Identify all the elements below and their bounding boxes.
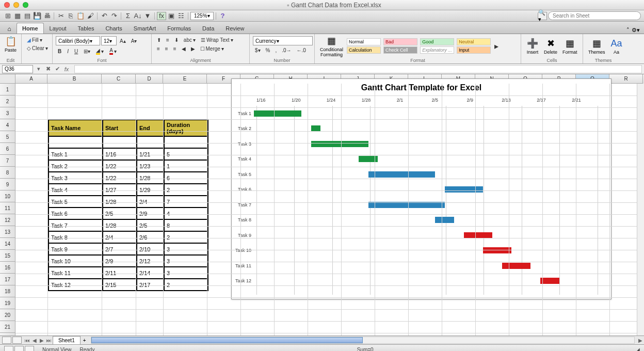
font-size-combo[interactable]: 12 ▾ — [101, 36, 117, 45]
style-calculation[interactable]: Calculation — [347, 46, 381, 54]
indent-left-button[interactable]: ◀ — [180, 45, 188, 53]
row-header-8[interactable]: 8 — [0, 167, 15, 179]
formula-input[interactable] — [74, 65, 642, 73]
style-bad[interactable]: Bad — [383, 38, 417, 45]
style-good[interactable]: Good — [420, 38, 454, 45]
print-icon[interactable]: 🖶 — [42, 12, 52, 20]
style-input[interactable]: Input — [457, 46, 491, 54]
home-icon-tab[interactable]: ⌂ — [4, 24, 14, 34]
row-header-12[interactable]: 12 — [0, 214, 15, 226]
insert-cells-button[interactable]: ➕Insert — [524, 37, 541, 55]
row-header-19[interactable]: 19 — [0, 297, 15, 309]
tab-formulas[interactable]: Formulas — [162, 23, 197, 34]
tab-charts[interactable]: Charts — [100, 23, 127, 34]
column-header-A[interactable]: A — [15, 74, 47, 84]
horizontal-scrollbar[interactable] — [91, 337, 635, 344]
search-options-button[interactable]: 🔍▾ — [538, 12, 547, 20]
font-name-combo[interactable]: Calibri (Body) ▾ — [56, 36, 100, 45]
name-dropdown-icon[interactable]: ▾ — [35, 66, 42, 73]
help-icon[interactable]: ? — [218, 12, 228, 20]
column-header-C[interactable]: C — [102, 74, 136, 84]
number-format-combo[interactable]: Currency ▾ — [253, 36, 313, 45]
row-header-6[interactable]: 6 — [0, 143, 15, 155]
cut-icon[interactable]: ✂ — [56, 12, 66, 20]
merge-button[interactable]: ☐ Merge ▾ — [198, 45, 226, 53]
cells-area[interactable]: Task NameStartEndDuration (days)Task 11/… — [15, 84, 644, 336]
ribbon-settings-icon[interactable]: ⚙▾ — [632, 27, 640, 34]
align-middle-button[interactable]: ≡ — [164, 36, 171, 44]
minimize-window-button[interactable] — [13, 2, 19, 8]
tab-data[interactable]: Data — [197, 23, 220, 34]
style-normal[interactable]: Normal — [347, 38, 381, 45]
normal-view-button[interactable] — [2, 337, 11, 344]
name-box[interactable]: Q36 — [2, 65, 33, 73]
format-painter-icon[interactable]: 🖌 — [86, 12, 95, 20]
format-cells-button[interactable]: ▦Format — [560, 37, 579, 55]
column-header-E[interactable]: E — [163, 74, 207, 84]
select-all-button[interactable] — [0, 74, 15, 84]
view-icon-2[interactable] — [14, 346, 24, 351]
show-formula-icon[interactable]: ▣ — [167, 12, 176, 20]
column-header-D[interactable]: D — [136, 74, 163, 84]
row-header-22[interactable]: 22 — [0, 333, 15, 336]
themes-button[interactable]: ▦Themes — [586, 37, 607, 55]
fx-button[interactable]: fx — [63, 66, 70, 73]
comma-button[interactable]: , — [273, 46, 279, 54]
align-right-button[interactable]: ≡ — [171, 45, 179, 53]
styles-more-button[interactable]: ▸ — [492, 40, 501, 52]
paste-button[interactable]: 📋 Paste — [3, 35, 18, 53]
style-check-cell[interactable]: Check Cell — [383, 46, 417, 54]
page-layout-view-button[interactable] — [12, 337, 22, 344]
row-header-13[interactable]: 13 — [0, 226, 15, 238]
row-header-15[interactable]: 15 — [0, 250, 15, 262]
zoom-combo[interactable]: 125% ▾ — [190, 12, 214, 20]
add-sheet-button[interactable]: + — [81, 338, 89, 343]
row-header-10[interactable]: 10 — [0, 190, 15, 202]
last-sheet-button[interactable]: ⏭ — [45, 338, 53, 343]
tab-layout[interactable]: Layout — [44, 23, 72, 34]
prev-sheet-button[interactable]: ◀ — [31, 338, 38, 343]
style-explanatory[interactable]: Explanatory ... — [420, 46, 454, 54]
fill-button[interactable]: ◢ Fill ▾ — [25, 36, 49, 44]
row-header-18[interactable]: 18 — [0, 285, 15, 297]
row-header-9[interactable]: 9 — [0, 179, 15, 190]
increase-font-button[interactable]: A▴ — [118, 36, 128, 45]
indent-right-button[interactable]: ▶ — [189, 45, 197, 53]
gantt-chart[interactable]: Gantt Chart Template for Excel 1/161/201… — [231, 78, 611, 299]
sort-icon[interactable]: A↓ — [133, 12, 142, 20]
row-header-5[interactable]: 5 — [0, 131, 15, 143]
status-handle-icon[interactable]: ◢ — [636, 347, 640, 352]
align-left-button[interactable]: ≡ — [155, 45, 162, 53]
align-top-button[interactable]: ⬆ — [155, 36, 163, 44]
delete-cells-button[interactable]: ✖Delete — [542, 37, 559, 55]
search-input[interactable] — [548, 11, 641, 20]
italic-button[interactable]: I — [65, 46, 71, 56]
collapse-ribbon-button[interactable]: ˄ — [626, 27, 630, 34]
zoom-window-button[interactable] — [23, 2, 28, 8]
row-header-11[interactable]: 11 — [0, 202, 15, 214]
conditional-formatting-button[interactable]: ▦ ConditionalFormatting — [318, 35, 345, 57]
row-header-4[interactable]: 4 — [0, 119, 15, 131]
wrap-text-button[interactable]: ☰ Wrap Text ▾ — [199, 36, 235, 44]
first-sheet-button[interactable]: ⏮ — [24, 338, 31, 343]
excel-icon[interactable]: ⊞ — [3, 12, 12, 20]
row-header-1[interactable]: 1 — [0, 84, 15, 95]
clear-button[interactable]: ◇ Clear ▾ — [25, 44, 49, 52]
tab-home[interactable]: Home — [17, 23, 44, 34]
row-header-17[interactable]: 17 — [0, 274, 15, 285]
row-header-16[interactable]: 16 — [0, 262, 15, 274]
row-header-20[interactable]: 20 — [0, 309, 15, 321]
decrease-font-button[interactable]: A▾ — [129, 36, 139, 45]
fill-color-button[interactable]: ◢▾ — [94, 46, 106, 56]
toolbox-icon[interactable]: ☷ — [176, 12, 186, 20]
open-icon[interactable]: ▤ — [23, 12, 32, 20]
row-header-7[interactable]: 7 — [0, 155, 15, 167]
align-bottom-button[interactable]: ⬇ — [172, 36, 181, 44]
autosum-icon[interactable]: Σ — [123, 12, 133, 20]
paste-icon[interactable]: 📋 — [76, 12, 85, 20]
close-window-button[interactable] — [4, 2, 10, 8]
next-sheet-button[interactable]: ▶ — [38, 338, 45, 343]
sheet-tab[interactable]: Sheet1 — [53, 336, 81, 344]
row-header-2[interactable]: 2 — [0, 95, 15, 107]
filter-icon[interactable]: ▼ — [143, 12, 152, 20]
